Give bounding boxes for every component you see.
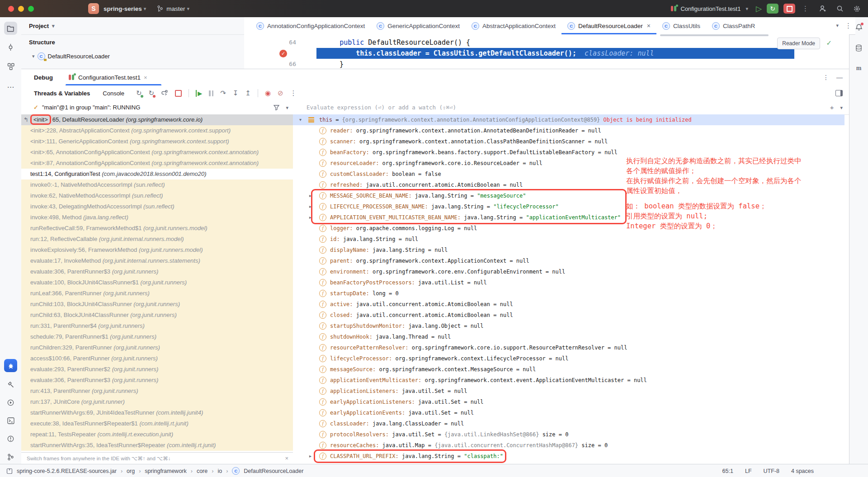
stop-icon[interactable] [175,90,182,97]
breadcrumb-item[interactable]: io [217,468,222,474]
stack-frame-row[interactable]: runLeaf:366, ParentRunner (org.junit.run… [21,288,293,299]
code-line-64[interactable]: 64 public DefaultResourceLoader() { [244,37,849,48]
view-breakpoints-icon[interactable]: ◉ [265,89,271,97]
variable-row-earlyApplicationEvents[interactable]: fearlyApplicationEvents: java.util.Set =… [293,407,849,418]
stack-frame-row[interactable]: evaluate:17, InvokeMethod (org.junit.int… [21,255,293,266]
toolbar-more-icon[interactable]: ⋮ [290,89,297,97]
hidden-tabs-chevron-icon[interactable]: ▾ [836,23,839,28]
run-button[interactable]: ▷ [756,4,762,14]
step-into-icon[interactable]: ↧ [233,89,239,97]
project-tool-button[interactable] [4,22,17,35]
close-icon[interactable]: × [285,453,288,464]
variable-row-applicationEventMulticaster[interactable]: fapplicationEventMulticaster: org.spring… [293,375,849,386]
code-with-me-icon[interactable] [819,5,827,12]
stack-frame-row[interactable]: invoke:43, DelegatingMethodAccessorImpl … [21,201,293,212]
stack-frame-row[interactable]: run:12, ReflectiveCallable (org.junit.in… [21,234,293,245]
window-close-button[interactable] [8,6,14,12]
variable-row-startupDate[interactable]: fstartupDate: long = 0 [293,288,849,299]
mute-breakpoints-icon[interactable]: ⊘ [278,89,283,97]
stack-frame-row[interactable]: <init>:65, AnnotationConfigApplicationCo… [21,147,293,158]
variable-row-parent[interactable]: fparent: org.springframework.context.App… [293,255,849,266]
hide-tool-window-icon[interactable]: — [836,74,843,81]
window-zoom-button[interactable] [28,6,34,12]
stack-frame-row[interactable]: <init>:87, AnnotationConfigApplicationCo… [21,158,293,169]
commit-tool-button[interactable] [4,41,17,54]
database-tool-button[interactable] [852,42,865,55]
code-line-66[interactable]: 66 } [244,59,849,69]
stack-frame-row[interactable]: evaluate:306, ParentRunner$3 (org.junit.… [21,266,293,277]
stack-frame-row[interactable]: schedule:79, ParentRunner$1 (org.junit.r… [21,331,293,342]
variable-row-messageSource[interactable]: fmessageSource: org.springframework.cont… [293,364,849,375]
stack-frame-row[interactable]: ↰<init>65, DefaultResourceLoader (org.sp… [21,114,293,125]
variable-row-classLoader[interactable]: fclassLoader: java.lang.ClassLoader = nu… [293,418,849,429]
stack-frame-row[interactable]: evaluate:100, BlockJUnit4ClassRunner$1 (… [21,277,293,288]
rerun-icon[interactable]: ↻ [136,89,142,97]
search-icon[interactable] [836,5,844,12]
stack-frame-row[interactable]: startRunnerWithArgs:69, JUnit4IdeaTestRu… [21,407,293,418]
status-widget[interactable]: UTF-8 [764,468,779,474]
close-icon[interactable]: × [144,74,147,81]
variable-row-this[interactable]: ▾this = {org.springframework.context.ann… [293,114,844,125]
more-tools-icon[interactable]: ⋯ [4,80,17,94]
status-widget[interactable]: 65:1 [722,468,733,474]
editor-tab-ClassPathR[interactable]: CClassPathR [706,17,761,34]
resume-with-alert-icon[interactable]: ↻ [149,89,155,97]
breadcrumb-item[interactable]: spring-core-5.2.6.RELEASE-sources.jar [17,468,117,474]
stack-frame-row[interactable]: execute:38, IdeaTestRunner$Repeater$1 (c… [21,418,293,429]
stack-frame-row[interactable]: evaluate:293, ParentRunner$2 (org.junit.… [21,364,293,375]
debug-options-icon[interactable]: ⋮ [823,74,829,81]
breadcrumb-item[interactable]: org [127,468,135,474]
variable-row-beanFactoryPostProcessors[interactable]: fbeanFactoryPostProcessors: java.util.Li… [293,277,849,288]
variable-row-displayName[interactable]: fdisplayName: java.lang.String = null [293,245,849,255]
stack-frame-row[interactable]: <init>:228, AbstractApplicationContext (… [21,125,293,136]
editor-tab-GenericApplicationContext[interactable]: CGenericApplicationContext [371,17,466,34]
variable-row-id[interactable]: fid: java.lang.String = null [293,234,849,245]
code-editor[interactable]: 64 public DefaultResourceLoader() { this… [244,34,849,69]
variable-row-lifecycleProcessor[interactable]: flifecycleProcessor: org.springframework… [293,353,849,364]
chevron-down-icon[interactable]: ▾ [286,101,288,114]
services-tool-button[interactable] [4,396,17,409]
variable-row-resourcePatternResolver[interactable]: fresourcePatternResolver: org.springfram… [293,342,849,353]
step-over-icon[interactable]: ↷ [220,89,226,97]
add-watch-plus-icon[interactable]: + [830,101,834,114]
breadcrumb-item[interactable]: springframework [145,468,186,474]
stack-frame-row[interactable]: runChild:103, BlockJUnit4ClassRunner (or… [21,299,293,310]
stack-frame-row[interactable]: <init>:111, GenericApplicationContext (o… [21,136,293,147]
maven-tool-button[interactable]: m [852,61,865,75]
problems-tool-button[interactable] [4,432,17,445]
variable-row-closed[interactable]: fclosed: java.util.concurrent.atomic.Ato… [293,310,849,321]
thread-filter-icon[interactable] [274,105,279,110]
variable-row-startupShutdownMonitor[interactable]: fstartupShutdownMonitor: java.lang.Objec… [293,321,849,331]
stack-frame-row[interactable]: startRunnerWithArgs:35, IdeaTestRunner$R… [21,440,293,451]
terminal-tool-button[interactable] [4,414,17,427]
stack-frame-row[interactable]: repeat:11, TestsRepeater (com.intellij.r… [21,429,293,440]
stop-button[interactable] [783,4,795,14]
rerun-debug-button[interactable]: ↻ [767,4,778,14]
breadcrumb-item[interactable]: core [197,468,208,474]
chevron-right-icon[interactable]: ▸ [309,451,311,462]
pause-icon[interactable] [209,90,213,96]
editor-tab-AnnotationConfigApplicationContext[interactable]: CAnnotationConfigApplicationContext [250,17,371,34]
variable-row-shutdownHook[interactable]: fshutdownHook: java.lang.Thread = null [293,331,849,342]
stack-frame-row[interactable]: access$100:66, ParentRunner (org.junit.r… [21,353,293,364]
tab-threads-variables[interactable]: Threads & Variables [34,90,90,97]
editor-tab-AbstractApplicationContext[interactable]: CAbstractApplicationContext [466,17,561,34]
stack-frame-row[interactable]: run:413, ParentRunner (org.junit.runners… [21,386,293,397]
breadcrumb-item[interactable]: DefaultResourceLoader [244,468,303,474]
stack-frame-row[interactable]: run:331, ParentRunner$4 (org.junit.runne… [21,321,293,331]
structure-node[interactable]: ▾ C DefaultResourceLoader [21,49,244,63]
debug-session-tab[interactable]: ConfigurationTest.test1 × [68,69,147,85]
stack-frame-row[interactable]: test1:14, ConfigurationTest (com.javacod… [21,169,293,179]
stack-frame-row[interactable]: runChildren:329, ParentRunner (org.junit… [21,342,293,353]
variable-row-resourceLoader[interactable]: fresourceLoader: org.springframework.cor… [293,158,849,169]
inspections-ok-icon[interactable]: ✓ [826,39,832,47]
step-out-icon[interactable]: ↥ [245,89,251,97]
status-widget[interactable]: LF [745,468,752,474]
stack-frame-row[interactable]: invoke:498, Method (java.lang.reflect) [21,212,293,223]
stack-frame-row[interactable]: invoke:62, NativeMethodAccessorImpl (sun… [21,190,293,201]
build-tool-button[interactable] [4,378,17,391]
chevron-down-icon[interactable]: ▾ [299,114,302,125]
variable-row-customClassLoader[interactable]: fcustomClassLoader: boolean = false [293,169,849,179]
editor-tab-ClassUtils[interactable]: CClassUtils [656,17,706,34]
run-configuration-selector[interactable]: ConfigurationTest.test1 [680,5,741,12]
